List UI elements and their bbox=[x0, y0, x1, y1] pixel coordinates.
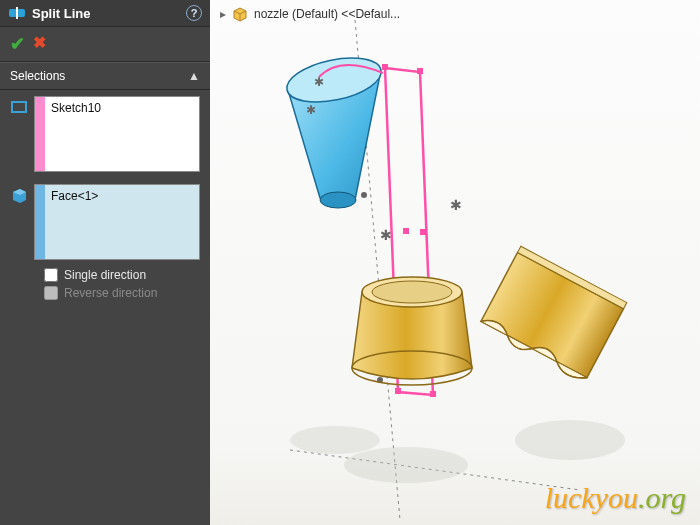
split-line-icon bbox=[8, 4, 26, 22]
panel-title: Split Line bbox=[32, 6, 180, 21]
blue-cone-body bbox=[283, 50, 385, 208]
face-select-box[interactable]: Face<1> bbox=[34, 184, 200, 260]
svg-rect-17 bbox=[420, 229, 426, 235]
help-icon[interactable]: ? bbox=[186, 5, 202, 21]
svg-point-18 bbox=[344, 447, 468, 483]
svg-text:✱: ✱ bbox=[380, 227, 392, 243]
graphics-viewport[interactable]: ▸ nozzle (Default) <<Defaul... bbox=[210, 0, 700, 525]
svg-text:✱: ✱ bbox=[314, 75, 324, 89]
face-selection-row: Face<1> bbox=[0, 178, 210, 266]
svg-point-9 bbox=[361, 192, 367, 198]
selections-header[interactable]: Selections ▲ bbox=[0, 62, 210, 90]
svg-point-24 bbox=[372, 281, 452, 303]
sketch-select-icon bbox=[10, 98, 28, 116]
sketch-strip bbox=[35, 97, 45, 171]
single-direction-checkbox[interactable]: Single direction bbox=[44, 268, 200, 282]
confirm-row: ✔ ✖ bbox=[0, 27, 210, 62]
selection-options: Single direction Reverse direction bbox=[0, 266, 210, 310]
reflection-shadows bbox=[290, 420, 625, 483]
sketch-selection-row: Sketch10 bbox=[0, 90, 210, 178]
selections-title: Selections bbox=[10, 69, 65, 83]
chevron-up-icon: ▲ bbox=[188, 69, 200, 83]
svg-rect-12 bbox=[382, 64, 388, 70]
gold-frustum-body bbox=[352, 277, 472, 385]
reverse-direction-checkbox: Reverse direction bbox=[44, 286, 200, 300]
scene: ✱ ✱ ✱ ✱ bbox=[210, 0, 700, 525]
svg-point-19 bbox=[515, 420, 625, 460]
svg-rect-2 bbox=[12, 102, 26, 112]
watermark: luckyou.org bbox=[545, 481, 686, 515]
reverse-direction-label: Reverse direction bbox=[64, 286, 157, 300]
watermark-b: .org bbox=[638, 481, 686, 514]
face-select-icon bbox=[10, 186, 28, 204]
svg-rect-16 bbox=[403, 228, 409, 234]
svg-point-22 bbox=[320, 192, 356, 208]
svg-rect-15 bbox=[395, 388, 401, 394]
ok-button[interactable]: ✔ bbox=[10, 33, 25, 55]
panel-header: Split Line ? bbox=[0, 0, 210, 27]
gold-bar-body bbox=[478, 246, 627, 383]
cancel-button[interactable]: ✖ bbox=[33, 33, 46, 55]
sketch-select-box[interactable]: Sketch10 bbox=[34, 96, 200, 172]
single-direction-label: Single direction bbox=[64, 268, 146, 282]
property-manager-panel: Split Line ? ✔ ✖ Selections ▲ Sketch10 bbox=[0, 0, 210, 525]
watermark-a: luckyou bbox=[545, 481, 638, 514]
face-select-entry[interactable]: Face<1> bbox=[45, 185, 199, 259]
svg-text:✱: ✱ bbox=[450, 197, 462, 213]
face-strip bbox=[35, 185, 45, 259]
svg-rect-13 bbox=[417, 68, 423, 74]
svg-rect-14 bbox=[430, 391, 436, 397]
svg-point-20 bbox=[290, 426, 380, 454]
svg-text:✱: ✱ bbox=[306, 103, 316, 117]
sketch-select-entry[interactable]: Sketch10 bbox=[45, 97, 199, 171]
